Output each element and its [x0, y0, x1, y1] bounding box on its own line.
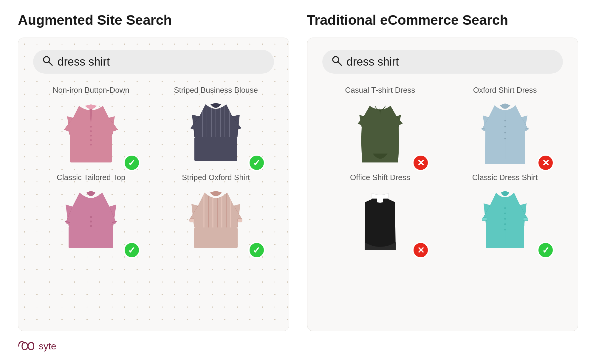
svg-point-55	[504, 229, 506, 230]
svg-point-41	[504, 120, 506, 122]
product-card-p7: Office Shift Dress	[322, 173, 438, 254]
footer: syte	[18, 340, 578, 352]
search-icon-right	[331, 55, 342, 68]
product-label-p4: Striped Oxford Shirt	[182, 173, 250, 182]
svg-point-52	[504, 213, 506, 214]
svg-point-5	[90, 135, 92, 137]
svg-point-7	[90, 144, 92, 145]
product-label-p5: Casual T-shirt Dress	[345, 86, 415, 95]
product-card-p3: Classic Tailored Top	[33, 173, 149, 254]
left-search-panel: dress shirt Non-iron Button-Down	[18, 38, 289, 331]
product-image-wrap-p7: ✕	[322, 186, 438, 254]
svg-rect-48	[523, 218, 528, 221]
svg-point-6	[90, 139, 92, 141]
left-search-bar[interactable]: dress shirt	[33, 50, 274, 74]
right-search-text: dress shirt	[347, 55, 399, 68]
badge-p5: ✕	[412, 154, 429, 171]
svg-rect-45	[372, 199, 377, 202]
svg-point-51	[504, 207, 506, 209]
svg-point-53	[504, 218, 506, 220]
product-img-p8	[472, 186, 538, 254]
product-img-p1	[58, 98, 124, 167]
product-label-p1: Non-iron Button-Down	[53, 86, 129, 95]
product-card-p2: Striped Business Blouse	[158, 86, 274, 167]
product-img-p2	[183, 98, 249, 167]
product-card-p6: Oxford Shirt Dress	[447, 86, 563, 167]
svg-rect-46	[383, 199, 388, 202]
product-label-p6: Oxford Shirt Dress	[473, 86, 537, 95]
product-image-wrap-p6: ✕	[447, 98, 563, 167]
product-image-wrap-p2: ✓	[158, 98, 274, 167]
svg-point-44	[504, 138, 506, 140]
product-card-p5: Casual T-shirt Dress	[322, 86, 438, 167]
product-card-p8: Classic Dress Shirt	[447, 173, 563, 254]
svg-point-3	[90, 126, 92, 128]
svg-point-54	[504, 223, 506, 225]
svg-point-43	[504, 132, 506, 134]
left-panel-title: Augmented Site Search	[18, 12, 289, 28]
product-label-p8: Classic Dress Shirt	[472, 173, 538, 182]
syte-logo-text: syte	[39, 341, 56, 352]
product-img-p7	[347, 186, 413, 254]
right-search-bar[interactable]: dress shirt	[322, 50, 563, 74]
product-label-p3: Classic Tailored Top	[57, 173, 125, 182]
product-card-p4: Striped Oxford Shirt	[158, 173, 274, 254]
right-search-panel: dress shirt Casual T-shirt Dress	[307, 38, 578, 331]
svg-point-23	[90, 225, 92, 227]
svg-rect-47	[482, 218, 487, 221]
badge-p3: ✓	[123, 242, 140, 258]
product-image-wrap-p8: ✓	[447, 186, 563, 254]
svg-point-22	[90, 221, 92, 223]
product-image-wrap-p3: ✓	[33, 186, 149, 254]
badge-p8: ✓	[537, 242, 554, 258]
svg-point-42	[504, 126, 506, 128]
svg-point-21	[90, 216, 92, 218]
product-label-p2: Striped Business Blouse	[174, 86, 258, 95]
svg-line-39	[338, 62, 341, 65]
search-icon-left	[42, 55, 53, 68]
badge-p7: ✕	[412, 242, 429, 258]
syte-logo: syte	[18, 340, 56, 352]
main-layout: Augmented Site Search dress shirt Non-ir…	[18, 12, 578, 331]
right-products-grid: Casual T-shirt Dress	[322, 86, 563, 254]
left-products-grid: Non-iron Button-Down	[33, 86, 274, 254]
left-search-text: dress shirt	[58, 55, 110, 68]
svg-point-4	[90, 130, 92, 132]
badge-p1: ✓	[123, 154, 140, 171]
syte-logo-icon	[18, 340, 35, 352]
left-panel: Augmented Site Search dress shirt Non-ir…	[18, 12, 289, 331]
svg-rect-15	[194, 137, 237, 161]
product-image-wrap-p1: ✓	[33, 98, 149, 167]
svg-rect-33	[194, 227, 238, 248]
product-img-p4	[183, 186, 249, 254]
badge-p2: ✓	[248, 154, 265, 171]
svg-line-1	[49, 62, 52, 65]
badge-p6: ✕	[537, 154, 554, 171]
product-card-p1: Non-iron Button-Down	[33, 86, 149, 167]
product-label-p7: Office Shift Dress	[350, 173, 410, 182]
product-img-p5	[347, 98, 413, 167]
badge-p4: ✓	[248, 242, 265, 258]
svg-rect-32	[238, 219, 242, 222]
svg-rect-31	[190, 219, 194, 222]
right-panel-title: Traditional eCommerce Search	[307, 12, 578, 28]
right-panel: Traditional eCommerce Search dress shirt…	[307, 12, 578, 331]
product-img-p3	[58, 186, 124, 254]
product-image-wrap-p4: ✓	[158, 186, 274, 254]
svg-rect-20	[69, 226, 113, 248]
product-img-p6	[472, 98, 538, 167]
product-image-wrap-p5: ✕	[322, 98, 438, 167]
